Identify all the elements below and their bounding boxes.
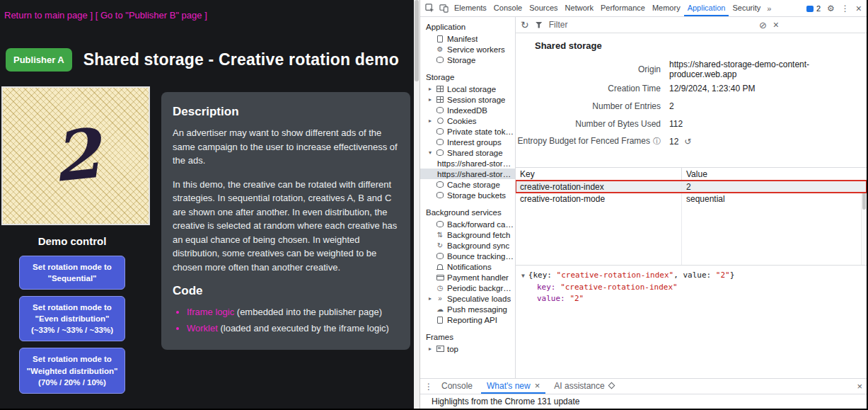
demo-control-heading: Demo control [6, 235, 139, 247]
sidebar-item-bounce-tracking-mitigations[interactable]: Bounce tracking miti… [420, 251, 515, 261]
worklet-link[interactable]: Worklet [187, 323, 218, 334]
chevron-down-icon[interactable]: ▼ [521, 273, 525, 279]
sidebar-item-back-forward-cache[interactable]: Back/forward cache [420, 219, 515, 229]
button-line: (~33% / ~33% / ~33%) [31, 326, 113, 334]
table-row-creative-rotation-mode[interactable]: creative-rotation-mode sequential [516, 193, 867, 205]
tab-performance[interactable]: Performance [597, 0, 649, 16]
reset-budget-icon[interactable]: ↺ [684, 137, 691, 147]
drawer-tab-console[interactable]: Console [436, 379, 478, 394]
tab-network[interactable]: Network [562, 0, 597, 16]
close-devtools-icon[interactable]: × [856, 4, 862, 13]
device-toolbar-icon[interactable] [436, 1, 451, 16]
chevron-right-icon[interactable]: ▸ [427, 118, 433, 124]
chevron-down-icon[interactable]: ▾ [427, 149, 433, 156]
sidebar-item-speculative-loads[interactable]: ▸»Speculative loads [420, 293, 515, 304]
issues-count-badge[interactable]: 2 [806, 4, 821, 13]
preview-summary[interactable]: ▼{key: "creative-rotation-index", value:… [521, 270, 861, 282]
drawer-tab-whats-new[interactable]: What's new × [481, 379, 545, 394]
tab-console[interactable]: Console [490, 0, 526, 16]
button-line: "Sequential" [47, 274, 96, 283]
sidebar-section-application[interactable]: Application [420, 19, 515, 33]
database-icon [436, 181, 444, 189]
sidebar-item-storage-buckets[interactable]: Storage buckets [420, 190, 515, 200]
scrollbar-thumb[interactable] [415, 0, 419, 81]
devtools-menu-icon[interactable]: ⋮ [841, 4, 850, 13]
up-down-arrows-icon: ⇅ [436, 231, 444, 239]
inspect-element-icon[interactable] [422, 1, 436, 16]
table-header-row: Key Value [516, 168, 867, 181]
drawer-menu-icon[interactable]: ⋮ [424, 382, 433, 391]
sidebar-section-storage[interactable]: Storage [420, 69, 515, 84]
sidebar-item-reporting-api[interactable]: Reporting API [420, 314, 515, 325]
sidebar-section-background-services[interactable]: Background services [420, 205, 515, 219]
table-body: creative-rotation-index 2 creative-rotat… [516, 181, 867, 265]
gear-icon: ⚙ [436, 45, 444, 54]
demo-control: Demo control Set rotation mode to "Seque… [6, 235, 139, 400]
tab-memory[interactable]: Memory [649, 0, 684, 16]
return-main-page-link[interactable]: Return to main page ] [4, 10, 93, 21]
chevron-right-icon[interactable]: ▸ [427, 295, 433, 302]
sidebar-item-background-fetch[interactable]: ⇅Background fetch [420, 229, 515, 240]
sidebar-item-private-state-tokens[interactable]: Private state tokens [420, 126, 515, 137]
rotation-weighted-distribution-button[interactable]: Set rotation mode to "Weighted distribut… [19, 348, 125, 393]
sidebar-item-interest-groups[interactable]: Interest groups [420, 137, 515, 147]
drawer-tab-ai-assistance[interactable]: AI assistance [548, 379, 619, 394]
iframe-logic-link[interactable]: Iframe logic [187, 307, 234, 317]
sidebar-item-notifications[interactable]: Notifications [420, 261, 515, 272]
delete-selected-icon[interactable]: × [773, 20, 779, 30]
chevron-right-icon[interactable]: ▸ [427, 86, 433, 92]
devtools-body: Application Manifest ⚙Service workers St… [420, 17, 867, 378]
more-tabs-icon[interactable]: » [764, 4, 774, 13]
button-line: "Weighted distribution" [27, 367, 118, 375]
publisher-b-link[interactable]: [ Go to "Publisher B" page ] [96, 10, 207, 21]
sidebar-item-background-sync[interactable]: ↻Background sync [420, 240, 515, 251]
tab-application[interactable]: Application [684, 0, 729, 16]
sidebar-item-periodic-background-sync[interactable]: ◷Periodic backgroun… [420, 283, 515, 293]
close-tab-icon[interactable]: × [535, 380, 540, 391]
sidebar-item-manifest[interactable]: Manifest [420, 33, 515, 44]
rotation-even-distribution-button[interactable]: Set rotation mode to "Even distribution"… [19, 296, 125, 341]
sidebar-item-payment-handler[interactable]: Payment handler [420, 272, 515, 283]
tab-sources[interactable]: Sources [526, 0, 561, 16]
sidebar-section-frames[interactable]: Frames [420, 329, 515, 343]
preview-prop-value: value: "2" [521, 293, 861, 304]
tab-security[interactable]: Security [729, 0, 764, 16]
key-column-header[interactable]: Key [516, 168, 682, 180]
table-scrollbar[interactable] [861, 181, 867, 265]
metadata-row-bytes-used: Number of Bytes Used 112 [516, 115, 867, 132]
issues-count: 2 [816, 4, 821, 13]
chevron-right-icon[interactable]: ▸ [427, 96, 433, 103]
metadata-row-entries: Number of Entries 2 [516, 97, 867, 115]
table-row-creative-rotation-index[interactable]: creative-rotation-index 2 [516, 181, 867, 193]
sidebar-item-storage[interactable]: Storage [420, 55, 515, 65]
filter-input[interactable] [549, 20, 753, 30]
sidebar-item-local-storage[interactable]: ▸Local storage [420, 84, 515, 94]
sidebar-item-cookies[interactable]: ▸Cookies [420, 115, 515, 126]
sidebar-item-shared-storage[interactable]: ▾Shared storage [420, 147, 515, 158]
origin-value: https://shared-storage-demo-content-prod… [669, 59, 867, 79]
sidebar-item-cache-storage[interactable]: Cache storage [420, 179, 515, 190]
chevron-right-icon[interactable]: ▸ [427, 346, 433, 352]
whats-new-heading: Highlights from the Chrome 131 update [432, 397, 579, 406]
sidebar-item-session-storage[interactable]: ▸Session storage [420, 94, 515, 105]
info-icon: ⓘ [653, 137, 661, 145]
sidebar-item-service-workers[interactable]: ⚙Service workers [420, 44, 515, 55]
sidebar-item-push-messaging[interactable]: ☁Push messaging [420, 304, 515, 314]
sidebar-item-top-frame[interactable]: ▸top [420, 343, 515, 354]
rotation-sequential-button[interactable]: Set rotation mode to "Sequential" [19, 256, 125, 290]
frame-icon [436, 345, 444, 353]
clear-all-icon[interactable]: ⊘ [759, 21, 767, 30]
value-column-header[interactable]: Value [682, 169, 867, 179]
button-line: Set rotation mode to [33, 303, 112, 312]
close-drawer-icon[interactable]: × [857, 381, 862, 392]
metadata-row-origin: Origin https://shared-storage-demo-conte… [516, 59, 867, 79]
sidebar-item-shared-storage-origin-1[interactable]: https://shared-storage… [420, 158, 515, 169]
refresh-icon[interactable]: ↻ [521, 20, 529, 30]
page-scrollbar[interactable] [414, 0, 419, 409]
settings-gear-icon[interactable]: ⚙ [827, 4, 835, 13]
creative-frame[interactable]: 2 [1, 86, 150, 225]
tab-elements[interactable]: Elements [451, 0, 490, 16]
entry-preview: ▼{key: "creative-rotation-index", value:… [516, 265, 867, 309]
sidebar-item-indexeddb[interactable]: IndexedDB [420, 105, 515, 115]
sidebar-item-shared-storage-origin-2[interactable]: https://shared-storage… [420, 169, 515, 179]
